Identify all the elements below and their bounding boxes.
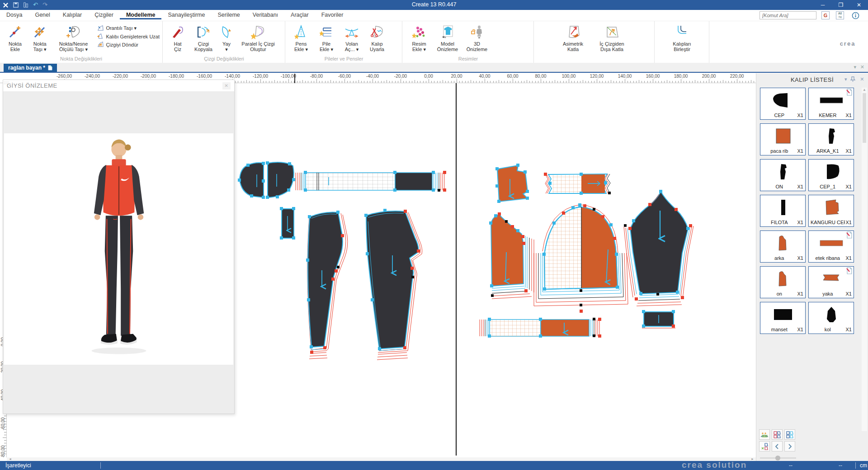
pattern-piece-back-bodice[interactable] bbox=[489, 212, 534, 299]
ruler-tick bbox=[611, 80, 611, 83]
copy-line-icon bbox=[196, 24, 211, 40]
tab-close-icon[interactable]: ✕ bbox=[860, 64, 864, 70]
nokta-ekle-button[interactable]: NoktaEkle bbox=[3, 23, 28, 52]
resim-ekle-button[interactable]: ResimEkle ▾ bbox=[406, 23, 433, 52]
pattern-list-scrollbar[interactable]: ▲ bbox=[862, 88, 867, 431]
pattern-list-item-manset[interactable]: mansetX1 bbox=[760, 302, 806, 334]
document-tab[interactable]: raglan bayan * bbox=[4, 64, 57, 72]
scroll-right-icon[interactable]: ► bbox=[751, 457, 754, 461]
pattern-piece-pocket-a[interactable] bbox=[238, 162, 265, 199]
layout-mode-4-button[interactable] bbox=[759, 441, 770, 451]
kalip-uyarla-button[interactable]: KalıpUyarla bbox=[364, 23, 390, 52]
layout-mode-1-button[interactable] bbox=[759, 429, 770, 440]
parallel-inner-line-icon bbox=[251, 24, 265, 40]
ruler-tick bbox=[510, 81, 510, 83]
pattern-list-item-on[interactable]: onX1 bbox=[760, 266, 806, 298]
kalibi-genisleterek-button[interactable]: Kalıbı Genişleterek Uzat bbox=[97, 33, 160, 40]
pattern-piece-bottom-band[interactable] bbox=[480, 318, 601, 338]
pattern-piece-kangaroo-pocket[interactable] bbox=[495, 164, 529, 203]
menu-item-araçlar[interactable]: Araçlar bbox=[284, 10, 315, 19]
3d-onizleme-button[interactable]: 3DÖnizleme bbox=[462, 23, 491, 52]
cizgi-kopyala-button[interactable]: ÇizgiKopyala bbox=[189, 23, 217, 52]
cizgiyi-dondur-button[interactable]: Çizgiyi Döndür bbox=[97, 41, 160, 48]
pile-ekle-button[interactable]: PileEkle ▾ bbox=[314, 23, 339, 52]
slider-knob[interactable] bbox=[775, 456, 780, 461]
pattern-quantity: X1 bbox=[797, 291, 803, 296]
menu-item-çizgiler[interactable]: Çizgiler bbox=[88, 10, 120, 19]
minimize-button[interactable]: ─ bbox=[814, 0, 832, 10]
panel-drag-handle[interactable]: ::::: bbox=[4, 82, 5, 84]
volan-ac-button[interactable]: VolanAç... ▾ bbox=[339, 23, 364, 52]
ruler-tick bbox=[504, 81, 505, 83]
preview-close-icon[interactable]: ✕ bbox=[222, 82, 231, 89]
previous-page-button[interactable] bbox=[772, 441, 783, 451]
garment-preview-panel[interactable]: ::::: GİYSİ ÖNİZLEME ✕ bbox=[3, 80, 235, 414]
olculu-tasi-button[interactable]: Nokta/NesneÖlçülü Taşı ▾ bbox=[52, 23, 95, 52]
thumbnail-zoom-slider[interactable] bbox=[760, 456, 796, 460]
close-button[interactable]: ✕ bbox=[850, 0, 868, 10]
pattern-list-item-cep[interactable]: CEPX1 bbox=[760, 88, 806, 120]
menu-item-favoriler[interactable]: Favoriler bbox=[315, 10, 350, 19]
menu-item-kalıplar[interactable]: Kalıplar bbox=[57, 10, 88, 19]
scroll-left-icon[interactable]: ◄ bbox=[9, 457, 12, 461]
macro-icon[interactable]: G bbox=[821, 11, 830, 19]
scrollbar-up-icon[interactable]: ▲ bbox=[862, 88, 867, 92]
pattern-quantity: X1 bbox=[846, 113, 852, 118]
nokta-tasi-button[interactable]: NoktaTaşı ▾ bbox=[28, 23, 52, 52]
maximize-button[interactable]: ❐ bbox=[832, 0, 850, 10]
pattern-list-item-yaka[interactable]: yakaX1 bbox=[808, 266, 854, 298]
pattern-list-item-kanguru-cep-1[interactable]: KANGURU CEP_1X1 bbox=[808, 195, 854, 227]
menu-item-dosya[interactable]: Dosya bbox=[0, 10, 28, 19]
menu-item-sanayileştirme[interactable]: Sanayileştirme bbox=[161, 10, 211, 19]
pattern-piece-pocket-b[interactable] bbox=[266, 161, 295, 199]
pattern-piece-rib[interactable] bbox=[280, 207, 295, 240]
orantili-tasi-button[interactable]: Orantılı Taşı ▾ bbox=[97, 25, 160, 32]
panel-close-icon[interactable]: ✕ bbox=[860, 76, 864, 82]
menu-item-serileme[interactable]: Serileme bbox=[211, 10, 246, 19]
scrollbar-thumb[interactable] bbox=[863, 93, 866, 143]
pattern-list-header[interactable]: KALIP LİSTESİ ▾ ✕ bbox=[756, 73, 868, 86]
pattern-list-item-on[interactable]: ONX1 bbox=[760, 159, 806, 191]
menu-item-modelleme[interactable]: Modelleme bbox=[120, 10, 162, 19]
pens-ekle-button[interactable]: PensEkle ▾ bbox=[288, 23, 314, 52]
model-onizleme-button[interactable]: ModelÖnizleme bbox=[433, 23, 462, 52]
pattern-piece-waistband[interactable] bbox=[296, 171, 446, 192]
ruler-tick bbox=[658, 81, 659, 83]
pattern-list-item-paca-rib[interactable]: paca ribX1 bbox=[760, 123, 806, 155]
pattern-list-item-cep-1[interactable]: CEP_1X1 bbox=[808, 159, 854, 191]
menu-item-genel[interactable]: Genel bbox=[28, 10, 56, 19]
command-search-input[interactable] bbox=[760, 11, 816, 19]
garment-preview-header[interactable]: GİYSİ ÖNİZLEME ✕ bbox=[3, 80, 234, 91]
ruler-tick bbox=[375, 81, 376, 83]
pattern-piece-trouser-front[interactable] bbox=[306, 211, 348, 359]
pattern-piece-collar[interactable] bbox=[544, 173, 611, 195]
pattern-list-item-filota[interactable]: FILOTAX1 bbox=[760, 195, 806, 227]
ruler-tick bbox=[608, 81, 609, 83]
pin-icon[interactable] bbox=[850, 76, 855, 82]
pattern-piece-sleeve[interactable] bbox=[624, 190, 693, 306]
pattern-piece-front-bodice[interactable] bbox=[534, 203, 628, 313]
tab-list-chevron-icon[interactable]: ▾ bbox=[854, 64, 856, 70]
layout-mode-3-button[interactable] bbox=[784, 429, 795, 440]
ruler-tick bbox=[574, 81, 575, 83]
layout-mode-2-button[interactable] bbox=[772, 429, 783, 440]
pattern-list-item-arka-k1[interactable]: ARKA_K1X1 bbox=[808, 123, 854, 155]
panel-menu-chevron-icon[interactable]: ▾ bbox=[844, 76, 847, 82]
pattern-list-item-kol[interactable]: kolX1 bbox=[808, 302, 854, 334]
menu-item-veritabanı[interactable]: Veritabanı bbox=[246, 10, 284, 19]
next-page-button[interactable] bbox=[784, 441, 795, 451]
pattern-piece-trouser-back[interactable] bbox=[364, 209, 422, 360]
alt-shortcut-icon[interactable]: Alt +x bbox=[836, 11, 844, 19]
kaliplari-birlestir-button[interactable]: KalıplarıBirleştir bbox=[665, 23, 700, 52]
info-icon[interactable] bbox=[851, 11, 859, 19]
horizontal-scrollbar[interactable]: ◄► bbox=[7, 457, 756, 461]
hat-ciz-button[interactable]: HatÇiz bbox=[166, 23, 189, 52]
asimetrik-katla-button[interactable]: AsimetrikKatla bbox=[557, 23, 589, 52]
pattern-piece-cuff[interactable] bbox=[642, 310, 675, 328]
pattern-list-item-arka[interactable]: arkaX1 bbox=[760, 230, 806, 263]
pattern-list-item-kemer[interactable]: KEMERX1 bbox=[808, 88, 854, 120]
yay-button[interactable]: Yay▾ bbox=[217, 23, 236, 52]
ic-cizgiden-disa-katla-button[interactable]: İç ÇizgidenDışa Katla bbox=[593, 23, 632, 52]
pattern-list-item-etek-ribana[interactable]: etek ribanaX1 bbox=[808, 230, 854, 263]
paralel-ic-cizgi-button[interactable]: Paralel İç ÇizgiOluştur bbox=[236, 23, 281, 52]
